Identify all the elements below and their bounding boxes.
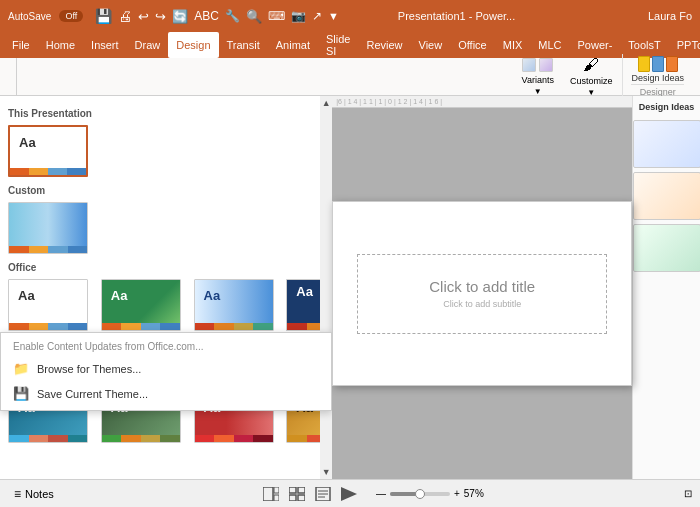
svg-rect-7 xyxy=(289,495,296,501)
camera-icon[interactable]: 📷 xyxy=(291,9,306,23)
svg-rect-8 xyxy=(298,495,305,501)
fit-button[interactable]: ⊡ xyxy=(684,488,692,499)
custom-grid xyxy=(8,202,332,254)
dropdown-menu: Enable Content Updates from Office.com..… xyxy=(0,332,332,411)
enable-updates-item: Enable Content Updates from Office.com..… xyxy=(1,337,331,356)
svg-rect-6 xyxy=(298,487,305,493)
slide-subtitle-text: Click to add subtitle xyxy=(443,299,521,309)
zoom-out-icon[interactable]: — xyxy=(376,488,386,499)
office-label: Office xyxy=(8,260,332,275)
theme-office-2[interactable]: Aa xyxy=(101,279,181,331)
design-idea-2[interactable] xyxy=(633,172,700,220)
menu-office[interactable]: Office xyxy=(450,32,495,58)
theme-panel-wrapper: This Presentation Aa Custom xyxy=(0,96,332,479)
svg-rect-2 xyxy=(263,487,273,501)
theme-custom[interactable] xyxy=(8,202,88,254)
redo-icon[interactable]: ↪ xyxy=(155,9,166,24)
this-presentation-label: This Presentation xyxy=(8,106,332,121)
title-bar: AutoSave Off 💾 🖨 ↩ ↪ 🔄 ABC 🔧 🔍 ⌨ 📷 ↗ ▼ P… xyxy=(0,0,700,32)
app-title: Presentation1 - Power... xyxy=(339,10,574,22)
slide-preview: Click to add title Click to add subtitle xyxy=(332,201,632,386)
variants-button[interactable]: Variants ▼ xyxy=(516,56,560,98)
svg-rect-4 xyxy=(274,495,279,501)
share-icon[interactable]: ↗ xyxy=(312,9,322,23)
scroll-bar: ▲ ▼ xyxy=(320,96,332,479)
zoom-area: — + 57% xyxy=(376,488,484,499)
autosave-toggle[interactable]: Off xyxy=(59,10,83,22)
svg-rect-5 xyxy=(289,487,296,493)
ribbon: Variants ▼ 🖌 Customize ▼ Design Ideas De… xyxy=(0,58,700,96)
translate-icon[interactable]: ⌨ xyxy=(268,9,285,23)
grid-view-icon[interactable] xyxy=(286,485,308,503)
menu-animat[interactable]: Animat xyxy=(268,32,318,58)
user-name: Laura Fo xyxy=(574,10,692,22)
menu-home[interactable]: Home xyxy=(38,32,83,58)
theme-office-3[interactable]: Aa xyxy=(194,279,274,331)
menu-draw[interactable]: Draw xyxy=(127,32,169,58)
design-ideas-label: Design Ideas xyxy=(631,73,684,83)
design-ideas-panel: Design Ideas xyxy=(632,96,700,479)
slide-title-placeholder[interactable]: Click to add title Click to add subtitle xyxy=(357,254,607,334)
view-icons xyxy=(260,485,360,503)
search-icon[interactable]: 🔍 xyxy=(246,9,262,24)
menu-transit[interactable]: Transit xyxy=(219,32,268,58)
svg-marker-13 xyxy=(341,487,357,501)
tools-icon[interactable]: 🔧 xyxy=(225,9,240,23)
design-ideas-panel-title: Design Ideas xyxy=(639,102,695,112)
menu-design[interactable]: Design xyxy=(168,32,218,58)
theme-panel: This Presentation Aa Custom xyxy=(0,96,332,479)
bottom-bar: ≡ Notes xyxy=(0,479,700,507)
reading-view-icon[interactable] xyxy=(312,485,334,503)
autosave-label: AutoSave xyxy=(8,11,51,22)
variants-dropdown-icon: ▼ xyxy=(534,87,542,96)
scroll-down-btn[interactable]: ▼ xyxy=(320,465,332,479)
save-theme-item[interactable]: 💾 Save Current Theme... xyxy=(1,381,331,406)
more-icon[interactable]: ▼ xyxy=(328,10,339,22)
menu-view[interactable]: View xyxy=(411,32,451,58)
spell-icon[interactable]: ABC xyxy=(194,9,219,23)
undo-icon[interactable]: ↩ xyxy=(138,9,149,24)
slideshow-view-icon[interactable] xyxy=(338,485,360,503)
browse-themes-item[interactable]: 📁 Browse for Themes... xyxy=(1,356,331,381)
slide-canvas[interactable]: Click to add title Click to add subtitle xyxy=(332,108,632,479)
save-icon[interactable]: 💾 xyxy=(95,8,112,24)
browse-themes-icon: 📁 xyxy=(13,361,29,376)
zoom-thumb[interactable] xyxy=(415,489,425,499)
custom-label: Custom xyxy=(8,183,332,198)
repeat-icon[interactable]: 🔄 xyxy=(172,9,188,24)
title-bar-left: AutoSave Off 💾 🖨 ↩ ↪ 🔄 ABC 🔧 🔍 ⌨ 📷 ↗ ▼ xyxy=(8,8,339,24)
design-idea-1[interactable] xyxy=(633,120,700,168)
slide-content-area: |6 | 1 4 | 1 1 | 1 | 0 | 1 2 | 1 4 | 1 6… xyxy=(332,96,632,479)
save-theme-icon: 💾 xyxy=(13,386,29,401)
menu-slideshow[interactable]: Slide SI xyxy=(318,32,358,58)
normal-view-icon[interactable] xyxy=(260,485,282,503)
scroll-up-btn[interactable]: ▲ xyxy=(320,96,332,110)
this-presentation-grid: Aa xyxy=(8,125,332,177)
zoom-slider[interactable] xyxy=(390,492,450,496)
ruler: |6 | 1 4 | 1 1 | 1 | 0 | 1 2 | 1 4 | 1 6… xyxy=(332,96,632,108)
menu-file[interactable]: File xyxy=(4,32,38,58)
svg-rect-3 xyxy=(274,487,279,493)
menu-mix[interactable]: MIX xyxy=(495,32,531,58)
design-ideas-section: Design Ideas Designer xyxy=(622,54,692,99)
notes-button[interactable]: ≡ Notes xyxy=(8,485,60,503)
content-area: This Presentation Aa Custom xyxy=(0,96,700,479)
theme-default[interactable]: Aa xyxy=(8,125,88,177)
design-idea-3[interactable] xyxy=(633,224,700,272)
menu-review[interactable]: Review xyxy=(358,32,410,58)
slide-title-text: Click to add title xyxy=(429,278,535,295)
save2-icon[interactable]: 🖨 xyxy=(118,8,132,24)
menu-insert[interactable]: Insert xyxy=(83,32,127,58)
zoom-in-icon[interactable]: + xyxy=(454,488,460,499)
zoom-level: 57% xyxy=(464,488,484,499)
customize-button[interactable]: 🖌 Customize ▼ xyxy=(564,54,619,99)
notes-icon: ≡ xyxy=(14,487,21,501)
theme-office-1[interactable]: Aa xyxy=(8,279,88,331)
